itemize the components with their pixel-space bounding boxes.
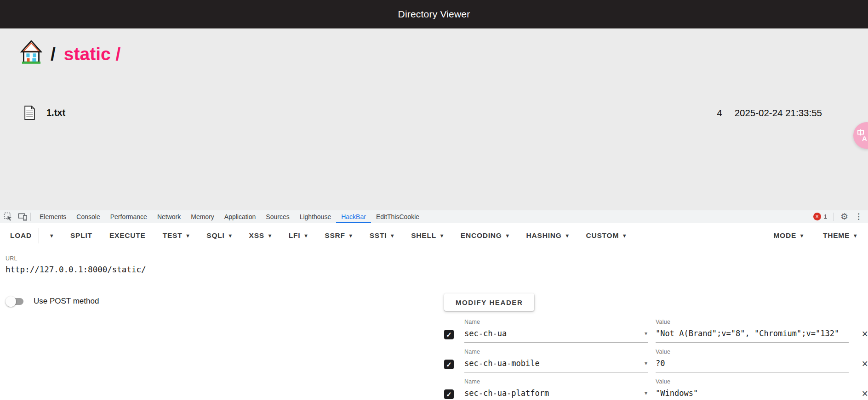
caret-down-icon: ▾ <box>349 232 353 239</box>
header-value-label: Value <box>656 319 849 325</box>
header-name-label: Name <box>464 349 648 355</box>
file-meta: 4 2025-02-24 21:33:55 <box>717 107 822 118</box>
menu-test-button[interactable]: TEST▾ <box>163 231 190 240</box>
hackbar-toolbar: LOAD ▾ SPLIT EXECUTE TEST▾ SQLI▾ XSS▾ LF… <box>0 223 868 248</box>
menu-encoding-button[interactable]: ENCODING▾ <box>461 231 509 240</box>
caret-down-icon: ▾ <box>187 232 190 239</box>
header-name-input[interactable]: sec-ch-ua <box>464 329 507 338</box>
file-date: 2025-02-24 21:33:55 <box>735 107 822 118</box>
menu-split-button[interactable]: SPLIT <box>70 231 92 240</box>
caret-down-icon: ▾ <box>304 232 308 239</box>
header-enabled-checkbox[interactable]: ✓ <box>444 330 454 339</box>
menu-ssrf-label: SSRF <box>325 231 345 240</box>
devtools-panel: Elements Console Performance Network Mem… <box>0 210 868 400</box>
url-field-label: URL <box>6 255 862 262</box>
caret-down-icon: ▾ <box>229 232 232 239</box>
menu-load-label: LOAD <box>10 231 32 240</box>
menu-hashing-label: HASHING <box>526 231 562 240</box>
toggle-knob <box>6 296 16 307</box>
header-value-input[interactable]: "Windows" <box>656 389 698 398</box>
menu-theme-button[interactable]: THEME▾ <box>823 231 857 240</box>
breadcrumb-current-dir[interactable]: static / <box>64 45 121 64</box>
devtools-menu-kebab-icon[interactable]: ⋮ <box>855 213 862 220</box>
tab-application[interactable]: Application <box>219 210 261 223</box>
console-error-badge[interactable]: × 1 <box>813 213 827 220</box>
menu-lfi-button[interactable]: LFI▾ <box>289 231 308 240</box>
file-icon <box>24 106 35 120</box>
menu-custom-button[interactable]: CUSTOM▾ <box>586 231 626 240</box>
load-split-divider <box>39 228 39 243</box>
tab-sources[interactable]: Sources <box>261 210 294 223</box>
caret-down-icon[interactable]: ▾ <box>645 360 647 366</box>
tabbar-divider <box>30 213 31 221</box>
tab-editthiscookie[interactable]: EditThisCookie <box>371 210 424 223</box>
menu-xss-button[interactable]: XSS▾ <box>249 231 272 240</box>
header-value-input[interactable]: "Not A(Brand";v="8", "Chromium";v="132" <box>656 329 839 338</box>
menu-hashing-button[interactable]: HASHING▾ <box>526 231 569 240</box>
remove-header-icon[interactable]: × <box>862 359 868 369</box>
caret-down-icon: ▾ <box>268 232 272 239</box>
modify-header-rows: ✓ Name sec-ch-ua ▾ Value "Not A(Brand";v… <box>444 319 868 400</box>
header-name-input[interactable]: sec-ch-ua-mobile <box>464 359 540 368</box>
caret-down-icon[interactable]: ▾ <box>645 330 647 337</box>
modify-header-button[interactable]: MODIFY HEADER <box>444 293 534 311</box>
tab-hackbar[interactable]: HackBar <box>336 210 371 223</box>
menu-execute-button[interactable]: EXECUTE <box>109 231 146 240</box>
tab-elements[interactable]: Elements <box>34 210 71 223</box>
menu-lfi-label: LFI <box>289 231 301 240</box>
header-name-input[interactable]: sec-ch-ua-platform <box>464 389 549 398</box>
menu-execute-label: EXECUTE <box>109 231 146 240</box>
url-input[interactable]: http://127.0.0.1:8000/static/ <box>6 265 862 274</box>
file-size: 4 <box>717 107 722 118</box>
menu-sqli-label: SQLI <box>206 231 224 240</box>
home-icon[interactable] <box>20 40 42 64</box>
menu-theme-label: THEME <box>823 231 850 240</box>
tab-performance[interactable]: Performance <box>105 210 152 223</box>
menu-custom-label: CUSTOM <box>586 231 619 240</box>
remove-header-icon[interactable]: × <box>862 329 868 339</box>
menu-encoding-label: ENCODING <box>461 231 502 240</box>
breadcrumb-separator: / <box>51 45 56 64</box>
menu-shell-button[interactable]: SHELL▾ <box>411 231 444 240</box>
caret-down-icon: ▾ <box>440 232 444 239</box>
caret-down-icon[interactable]: ▾ <box>50 232 53 239</box>
settings-gear-icon[interactable]: ⚙ <box>840 212 848 221</box>
tab-network[interactable]: Network <box>152 210 186 223</box>
header-enabled-checkbox[interactable]: ✓ <box>444 389 454 399</box>
menu-test-label: TEST <box>163 231 183 240</box>
directory-page: / static / 1.txt 4 2025-02-24 21:33:55 <box>0 28 868 210</box>
header-row: ✓ Name sec-ch-ua-platform ▾ Value "Windo… <box>444 378 868 400</box>
menu-ssrf-button[interactable]: SSRF▾ <box>325 231 352 240</box>
file-name-link[interactable]: 1.txt <box>46 107 65 118</box>
caret-down-icon[interactable]: ▾ <box>645 390 647 396</box>
menu-split-label: SPLIT <box>70 231 92 240</box>
device-toolbar-icon[interactable] <box>18 212 28 221</box>
devtools-tabbar: Elements Console Performance Network Mem… <box>0 210 868 223</box>
caret-down-icon: ▾ <box>800 232 804 239</box>
menu-ssti-label: SSTI <box>370 231 387 240</box>
header-value-input[interactable]: ?0 <box>656 359 665 368</box>
menu-load-button[interactable]: LOAD ▾ <box>10 228 53 243</box>
file-row: 1.txt 4 2025-02-24 21:33:55 <box>24 106 822 120</box>
header-enabled-checkbox[interactable]: ✓ <box>444 360 454 369</box>
tab-memory[interactable]: Memory <box>186 210 219 223</box>
menu-ssti-button[interactable]: SSTI▾ <box>370 231 394 240</box>
menu-mode-button[interactable]: MODE▾ <box>773 231 804 240</box>
tab-console[interactable]: Console <box>71 210 105 223</box>
svg-text:A: A <box>862 135 867 142</box>
header-value-label: Value <box>656 349 849 355</box>
header-name-label: Name <box>464 319 648 325</box>
remove-header-icon[interactable]: × <box>862 389 868 399</box>
use-post-toggle[interactable] <box>6 295 25 307</box>
inspect-element-icon[interactable] <box>4 212 12 221</box>
menu-shell-label: SHELL <box>411 231 436 240</box>
error-count: 1 <box>824 213 827 220</box>
error-icon: × <box>813 213 821 220</box>
tab-lighthouse[interactable]: Lighthouse <box>295 210 337 223</box>
menu-sqli-button[interactable]: SQLI▾ <box>206 231 232 240</box>
caret-down-icon: ▾ <box>506 232 509 239</box>
header-value-label: Value <box>656 378 849 385</box>
url-field[interactable]: URL http://127.0.0.1:8000/static/ <box>6 255 862 279</box>
caret-down-icon: ▾ <box>854 232 857 239</box>
tabbar-right-divider <box>834 213 834 221</box>
